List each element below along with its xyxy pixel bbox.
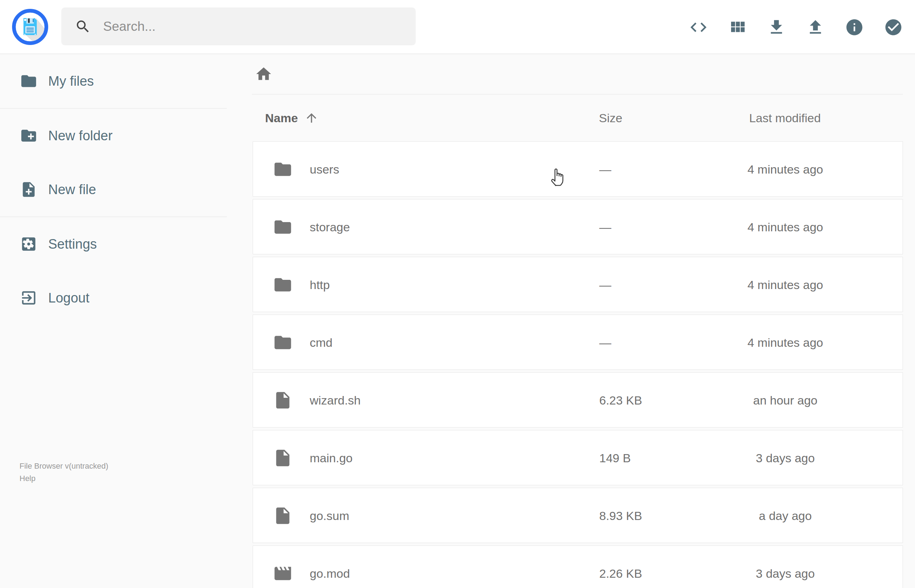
sidebar-item-label: Logout	[48, 291, 89, 306]
file-size: 149 B	[599, 430, 631, 486]
folder-icon	[20, 72, 37, 90]
file-row[interactable]: http — 4 minutes ago	[253, 257, 903, 312]
sidebar: My files New folder New file Settings Lo…	[0, 54, 227, 325]
new-file-icon	[20, 181, 37, 199]
listing-rows: users — 4 minutes ago storage — 4 minute…	[253, 141, 903, 588]
check-circle-icon	[884, 18, 903, 37]
file-modified: 4 minutes ago	[704, 315, 867, 370]
file-size: —	[599, 199, 611, 255]
search-input[interactable]	[103, 19, 404, 34]
file-size: —	[599, 142, 611, 197]
file-row[interactable]: main.go 149 B 3 days ago	[253, 430, 903, 485]
file-modified: an hour ago	[704, 373, 867, 428]
filebrowser-logo[interactable]	[12, 8, 48, 45]
file-size: 6.23 KB	[599, 373, 642, 428]
select-multiple-button[interactable]	[884, 18, 903, 37]
file-name: http	[310, 257, 330, 312]
breadcrumb	[253, 54, 903, 94]
arrow-up-icon	[304, 111, 318, 125]
floppy-disk-logo-icon	[12, 8, 48, 45]
file-name: go.mod	[310, 546, 350, 588]
listing-header: Name Size Last modified	[253, 95, 903, 141]
sidebar-item-settings[interactable]: Settings	[0, 217, 227, 271]
file-row[interactable]: go.sum 8.93 KB a day ago	[253, 488, 903, 543]
file-name: cmd	[310, 315, 332, 370]
download-button[interactable]	[767, 18, 786, 37]
file-icon	[273, 390, 293, 410]
folder-icon	[273, 333, 293, 352]
file-row[interactable]: users — 4 minutes ago	[253, 141, 903, 197]
sort-by-modified-header[interactable]: Last modified	[703, 95, 867, 141]
upload-icon	[806, 18, 825, 37]
code-view-button[interactable]	[689, 18, 708, 37]
sidebar-item-new-folder[interactable]: New folder	[0, 109, 227, 163]
file-name: wizard.sh	[310, 373, 361, 428]
file-modified: 3 days ago	[704, 430, 867, 486]
file-name: users	[310, 142, 339, 197]
sidebar-item-new-file[interactable]: New file	[0, 163, 227, 216]
top-bar	[0, 0, 915, 54]
file-name: main.go	[310, 430, 352, 486]
file-icon	[273, 506, 293, 526]
file-row[interactable]: wizard.sh 6.23 KB an hour ago	[253, 372, 903, 428]
file-size: —	[599, 315, 611, 370]
sidebar-item-logout[interactable]: Logout	[0, 271, 227, 325]
breadcrumb-home-button[interactable]	[255, 65, 273, 83]
new-folder-icon	[20, 127, 37, 145]
sidebar-item-label: New folder	[48, 128, 113, 144]
sidebar-item-label: New file	[48, 182, 96, 197]
info-button[interactable]	[845, 18, 864, 37]
help-link[interactable]: Help	[19, 472, 227, 485]
movie-icon	[273, 564, 293, 583]
name-header-label: Name	[265, 111, 298, 125]
sidebar-item-label: Settings	[48, 237, 97, 252]
file-row[interactable]: go.mod 2.26 KB 3 days ago	[253, 546, 903, 588]
sidebar-item-my-files[interactable]: My files	[0, 54, 227, 108]
logout-icon	[20, 289, 37, 307]
code-icon	[689, 18, 708, 37]
file-size: 8.93 KB	[599, 488, 642, 543]
file-row[interactable]: storage — 4 minutes ago	[253, 199, 903, 254]
settings-icon	[20, 235, 37, 253]
file-icon	[273, 448, 293, 468]
grid-view-button[interactable]	[728, 18, 747, 37]
sort-by-size-header[interactable]: Size	[599, 95, 622, 141]
folder-icon	[273, 217, 293, 237]
sort-by-name-header[interactable]: Name	[265, 95, 318, 141]
version-link[interactable]: File Browser v(untracked)	[19, 460, 227, 472]
file-modified: 4 minutes ago	[704, 142, 867, 197]
file-name: storage	[310, 199, 350, 255]
file-size: 2.26 KB	[599, 546, 642, 588]
grid-view-icon	[728, 18, 747, 37]
file-row[interactable]: cmd — 4 minutes ago	[253, 315, 903, 370]
info-icon	[845, 18, 864, 37]
folder-icon	[273, 275, 293, 295]
search-bar[interactable]	[61, 7, 416, 45]
search-icon	[75, 18, 91, 35]
file-listing-area: Name Size Last modified users — 4 minute…	[253, 54, 903, 588]
sidebar-footer: File Browser v(untracked) Help	[0, 460, 227, 485]
file-modified: 4 minutes ago	[704, 257, 867, 312]
file-name: go.sum	[310, 488, 349, 543]
home-icon	[255, 65, 273, 83]
file-size: —	[599, 257, 611, 312]
file-modified: a day ago	[704, 488, 867, 543]
upload-button[interactable]	[806, 18, 825, 37]
folder-icon	[273, 159, 293, 179]
download-icon	[767, 18, 786, 37]
file-modified: 3 days ago	[704, 546, 867, 588]
file-modified: 4 minutes ago	[704, 199, 867, 255]
sidebar-item-label: My files	[48, 74, 94, 89]
toolbar	[689, 0, 903, 54]
